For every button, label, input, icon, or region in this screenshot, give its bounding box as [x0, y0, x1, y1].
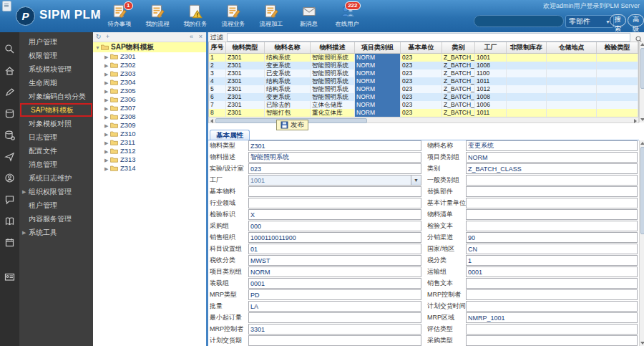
table-cell[interactable]: Z_BATCH_CLA.. [442, 109, 475, 117]
table-cell[interactable]: Z_BATCH_CLA.. [442, 93, 475, 101]
table-cell[interactable] [597, 85, 638, 93]
table-cell[interactable] [507, 85, 547, 93]
table-cell[interactable]: 结构系统 [265, 77, 311, 85]
sidebar-item[interactable]: 消息管理 [19, 158, 93, 171]
tree-node[interactable]: ▶Z301 [93, 52, 206, 61]
toolbar-item-doc-pencil[interactable]: 流程加工 [252, 2, 290, 31]
search-button[interactable]: 搜索 [610, 14, 626, 27]
table-cell[interactable]: NORM [355, 62, 401, 69]
dropdown-caret-icon[interactable]: ▼ [411, 176, 421, 185]
sidebar-item[interactable]: 生命周期 [19, 76, 93, 90]
tree-node[interactable]: ▶Z312 [93, 147, 206, 155]
form-input[interactable] [249, 325, 421, 334]
column-header[interactable]: 仓储地点 [547, 42, 597, 53]
refresh-icon[interactable]: ↻ [94, 33, 102, 41]
table-cell[interactable]: 6 [209, 93, 226, 101]
table-cell[interactable] [547, 62, 597, 69]
search-category-select[interactable]: 零部件 ▼ [565, 15, 614, 28]
table-cell[interactable] [507, 62, 547, 69]
tree-node[interactable]: ▶Z305 [93, 87, 206, 95]
form-vertical-scrollbar[interactable] [639, 140, 644, 346]
table-cell[interactable]: 023 [401, 62, 442, 69]
table-cell[interactable] [547, 69, 597, 77]
scroll-up-icon[interactable] [640, 142, 644, 145]
tree-root-node[interactable]: ▼SAP物料模板 [93, 42, 206, 52]
table-row[interactable]: 2Z301变更系统智能照明系统NORM023Z_BATCH_CLA..1008 [209, 62, 638, 69]
table-row[interactable]: 7Z301已除去的立体仓储库NORM023Z_BATCH_CLA..1006 [209, 101, 638, 109]
table-cell[interactable]: Z_BATCH_CLA.. [442, 85, 475, 93]
table-cell[interactable]: 023 [401, 93, 442, 101]
table-cell[interactable]: Z_BATCH_CLA.. [442, 54, 475, 62]
form-input[interactable] [467, 290, 637, 299]
book-icon[interactable] [0, 210, 19, 231]
table-cell[interactable]: 5 [209, 85, 226, 93]
tree-node[interactable]: ▶Z304 [93, 78, 206, 87]
form-input[interactable] [249, 302, 421, 311]
scroll-down-icon[interactable] [640, 342, 644, 345]
form-input[interactable] [467, 256, 637, 265]
table-cell[interactable]: 变更系统 [265, 93, 311, 101]
table-cell[interactable]: 1008 [475, 62, 507, 69]
table-cell[interactable] [507, 101, 547, 109]
table-cell[interactable] [547, 101, 597, 109]
database-icon[interactable] [0, 102, 19, 124]
table-cell[interactable]: 4 [209, 77, 226, 85]
sidebar-item[interactable]: 日志管理 [19, 130, 93, 144]
table-cell[interactable]: 已变系统 [265, 69, 311, 77]
column-header[interactable]: 序号 [209, 42, 226, 53]
clipboard-icon[interactable] [2, 1, 11, 11]
id-card-icon[interactable] [0, 266, 19, 287]
table-cell[interactable]: 023 [401, 54, 442, 62]
sidebar-item[interactable]: 对象编码自动分类 [19, 90, 93, 103]
table-cell[interactable] [507, 93, 547, 101]
table-row[interactable]: 6Z301变更系统智能照明系统NORM023Z_BATCH_CLA..1008 [209, 93, 638, 101]
form-input[interactable] [467, 153, 637, 162]
form-input[interactable] [467, 233, 637, 242]
form-input[interactable] [467, 164, 637, 173]
tree-node[interactable]: ▶Z311 [93, 138, 206, 147]
table-cell[interactable] [597, 69, 638, 77]
form-input[interactable] [249, 290, 421, 299]
table-cell[interactable]: 1011 [475, 109, 507, 117]
form-input[interactable] [467, 302, 637, 311]
toolbar-item-doc-warning[interactable]: 我的任务 [176, 2, 214, 31]
form-input[interactable] [467, 210, 637, 219]
tree-node[interactable]: ▶Z313 [93, 155, 206, 164]
caret-down-icon[interactable]: ▼ [95, 43, 101, 53]
table-cell[interactable]: 023 [401, 101, 442, 109]
table-cell[interactable]: 已除去的 [265, 101, 311, 109]
form-input[interactable] [467, 313, 637, 322]
collapse-all-icon[interactable]: « [187, 33, 195, 41]
tree-node[interactable]: ▶Z303 [93, 69, 206, 78]
table-cell[interactable]: 1100 [475, 69, 507, 77]
table-cell[interactable]: 023 [401, 109, 442, 117]
advanced-search-button[interactable]: 高级 [628, 14, 644, 27]
filter-input[interactable] [227, 33, 630, 42]
table-cell[interactable]: NORM [355, 69, 401, 77]
column-header[interactable]: 类别 [442, 42, 475, 53]
table-cell[interactable]: NORM [355, 77, 401, 85]
scrollbar-thumb[interactable] [640, 147, 644, 234]
form-input[interactable] [249, 153, 421, 162]
edit-icon[interactable] [0, 81, 19, 102]
scrollbar-thumb[interactable] [640, 48, 644, 89]
form-input[interactable] [249, 336, 421, 345]
table-cell[interactable] [547, 109, 597, 117]
table-cell[interactable] [547, 93, 597, 101]
support-icon[interactable] [0, 167, 19, 188]
table-cell[interactable] [597, 93, 638, 101]
column-header[interactable]: 物料名称 [265, 42, 311, 53]
table-row[interactable]: 1Z301结构系统智能照明系统NORM023Z_BATCH_CLA..1001 [209, 54, 638, 62]
sidebar-item[interactable]: 对象模板对照 [19, 117, 93, 130]
form-input[interactable] [467, 325, 637, 334]
form-input[interactable] [249, 279, 421, 288]
table-cell[interactable] [597, 62, 638, 69]
table-cell[interactable]: Z_BATCH_CLA.. [442, 77, 475, 85]
sidebar-item-active[interactable]: SAP物料模板 [20, 103, 92, 117]
table-cell[interactable]: Z301 [226, 109, 265, 117]
database-gear-icon[interactable] [0, 124, 19, 145]
send-icon[interactable] [0, 145, 19, 167]
form-input[interactable] [249, 164, 421, 173]
add-icon[interactable]: + [104, 33, 112, 41]
form-input[interactable] [249, 267, 421, 277]
